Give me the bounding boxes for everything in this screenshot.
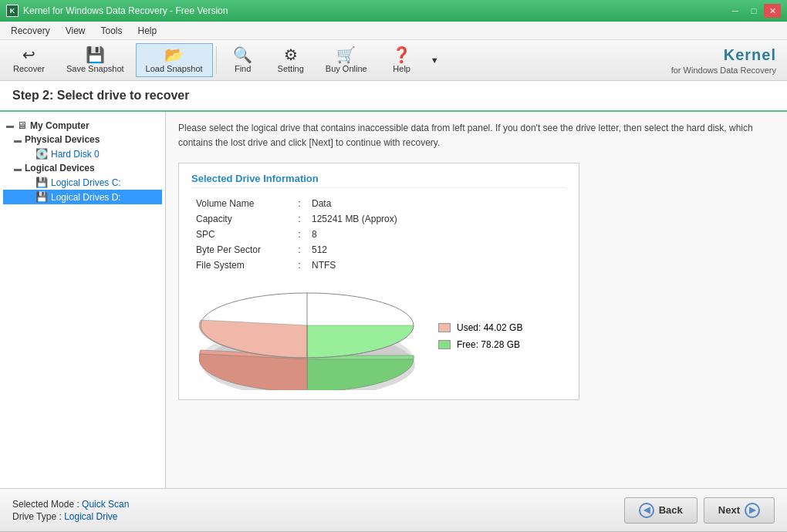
brand: Kernel for Windows Data Recovery (671, 45, 776, 76)
overflow-button[interactable]: ▼ (427, 43, 443, 77)
back-label: Back (659, 504, 683, 516)
title-bar-left: K Kernel for Windows Data Recovery - Fre… (6, 5, 228, 17)
menu-help[interactable]: Help (130, 24, 165, 38)
next-button[interactable]: Next ▶ (704, 497, 775, 524)
menu-tools[interactable]: Tools (93, 24, 130, 38)
tree-harddisk0-label: Hard Disk 0 (51, 149, 100, 160)
tree-logical-label: Logical Devices (25, 163, 95, 173)
setting-label: Setting (278, 64, 304, 73)
buy-online-button[interactable]: 🛒 Buy Online (316, 43, 377, 77)
right-panel: Please select the logical drive that con… (166, 112, 787, 488)
legend-used-color (438, 323, 451, 332)
recover-icon: ↩ (22, 47, 35, 62)
table-row: SPC : 8 (191, 227, 566, 242)
legend-free: Free: 78.28 GB (438, 339, 522, 350)
menu-view[interactable]: View (58, 24, 93, 38)
legend-used: Used: 44.02 GB (438, 322, 522, 333)
save-snapshot-button[interactable]: 💾 Save Snapshot (56, 43, 134, 77)
back-arrow-icon: ◀ (639, 503, 654, 518)
drive-c-icon: 💾 (35, 177, 48, 188)
step-label: Step 2: Select drive to recover (12, 89, 189, 102)
chart-legend: Used: 44.02 GB Free: 78.28 GB (438, 322, 522, 350)
field-value-1: 125241 MB (Approx) (307, 211, 566, 227)
drive-info-table: Volume Name : Data Capacity : 125241 MB … (191, 196, 566, 273)
window-title: Kernel for Windows Data Recovery - Free … (23, 5, 228, 16)
expand-icon-mycomputer: ▬ (6, 121, 17, 130)
buy-online-label: Buy Online (326, 64, 367, 73)
help-label: Help (393, 64, 410, 73)
pie-svg (191, 282, 423, 390)
close-button[interactable]: ✕ (764, 4, 781, 18)
save-snapshot-icon: 💾 (86, 47, 105, 62)
back-button[interactable]: ◀ Back (624, 497, 697, 524)
next-arrow-icon: ▶ (745, 503, 760, 518)
brand-sub: for Windows Data Recovery (671, 65, 776, 76)
computer-icon: 🖥 (17, 120, 27, 131)
drive-d-icon: 💾 (35, 191, 48, 203)
colon-0: : (292, 196, 307, 211)
table-row: Volume Name : Data (191, 196, 566, 211)
expand-icon-physical: ▬ (14, 136, 25, 144)
status-left: Selected Mode : Quick Scan Drive Type : … (12, 497, 624, 524)
load-snapshot-label: Load Snapshot (146, 64, 203, 73)
recover-label: Recover (13, 64, 45, 73)
menu-bar: Recovery View Tools Help (0, 22, 787, 40)
field-value-4: NTFS (307, 258, 566, 273)
drive-info-title: Selected Drive Information (191, 173, 566, 188)
field-label-4: File System (191, 258, 292, 273)
main-content: ▬ 🖥 My Computer ▬ Physical Devices 💽 Har… (0, 112, 787, 488)
tree-item-mycomputer[interactable]: ▬ 🖥 My Computer (3, 118, 162, 133)
tree-item-physical-devices[interactable]: ▬ Physical Devices (3, 133, 162, 146)
save-snapshot-label: Save Snapshot (66, 64, 124, 73)
setting-button[interactable]: ⚙ Setting (268, 43, 314, 77)
recover-button[interactable]: ↩ Recover (3, 43, 55, 77)
minimize-button[interactable]: ─ (727, 4, 744, 18)
menu-recovery[interactable]: Recovery (3, 24, 58, 38)
help-icon: ❓ (392, 47, 411, 62)
table-row: File System : NTFS (191, 258, 566, 273)
field-label-2: SPC (191, 227, 292, 242)
window-controls: ─ □ ✕ (727, 4, 781, 18)
field-label-3: Byte Per Sector (191, 242, 292, 258)
status-bar: Selected Mode : Quick Scan Drive Type : … (0, 488, 787, 531)
table-row: Byte Per Sector : 512 (191, 242, 566, 258)
brand-kernel: Kernel (671, 45, 776, 65)
status-drive-row: Drive Type : Logical Drive (12, 511, 624, 522)
restore-button[interactable]: □ (745, 4, 762, 18)
app-icon: K (6, 5, 19, 17)
field-label-1: Capacity (191, 211, 292, 227)
mode-label: Selected Mode (12, 499, 74, 510)
table-row: Capacity : 125241 MB (Approx) (191, 211, 566, 227)
load-snapshot-icon: 📂 (164, 47, 184, 62)
field-value-0: Data (307, 196, 566, 211)
mode-value: Quick Scan (82, 499, 129, 510)
tree-item-harddisk0[interactable]: 💽 Hard Disk 0 (3, 146, 162, 161)
colon-2: : (292, 227, 307, 242)
buy-online-icon: 🛒 (336, 47, 356, 62)
status-mode-row: Selected Mode : Quick Scan (12, 499, 624, 510)
toolbar-divider-1 (216, 46, 217, 74)
step-header: Step 2: Select drive to recover (0, 81, 787, 112)
tree-item-logical-devices[interactable]: ▬ Logical Devices (3, 161, 162, 175)
setting-icon: ⚙ (284, 47, 298, 62)
load-snapshot-button[interactable]: 📂 Load Snapshot (136, 43, 213, 77)
drive-info-box: Selected Drive Information Volume Name :… (178, 163, 579, 400)
colon-4: : (292, 258, 307, 273)
field-value-2: 8 (307, 227, 566, 242)
expand-icon-logical: ▬ (14, 164, 25, 173)
next-label: Next (718, 504, 740, 516)
tree-drive-d-label: Logical Drives D: (51, 192, 121, 203)
tree-drive-c-label: Logical Drives C: (51, 177, 121, 188)
chart-area: Used: 44.02 GB Free: 78.28 GB (191, 282, 566, 390)
help-button[interactable]: ❓ Help (379, 43, 425, 77)
toolbar: ↩ Recover 💾 Save Snapshot 📂 Load Snapsho… (0, 40, 787, 81)
tree-mycomputer-label: My Computer (30, 120, 90, 131)
tree-item-drive-d[interactable]: 💾 Logical Drives D: (3, 190, 162, 204)
brand-area: Kernel for Windows Data Recovery (671, 43, 784, 77)
tree-item-drive-c[interactable]: 💾 Logical Drives C: (3, 175, 162, 190)
colon-3: : (292, 242, 307, 258)
find-button[interactable]: 🔍 Find (220, 43, 266, 77)
field-label-0: Volume Name (191, 196, 292, 211)
colon-1: : (292, 211, 307, 227)
tree-physical-label: Physical Devices (25, 134, 100, 145)
